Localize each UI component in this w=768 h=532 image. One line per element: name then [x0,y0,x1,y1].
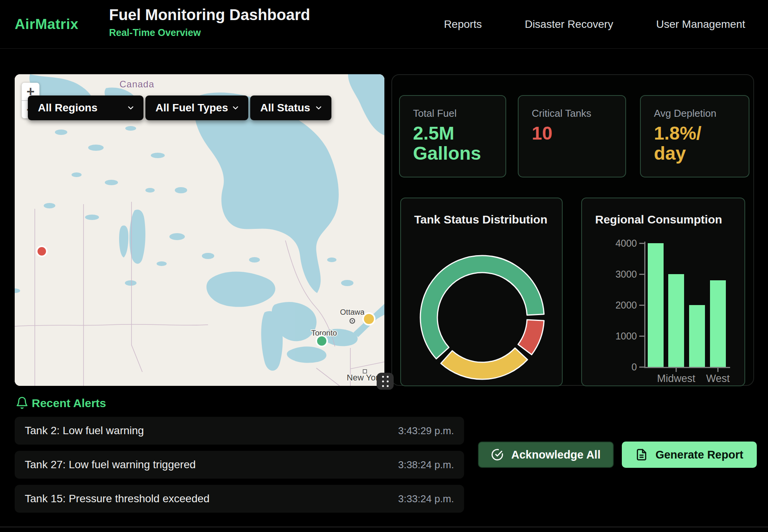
bar-y-tick-label: 3000 [590,269,637,280]
bell-icon [15,396,29,410]
stat-value: 1.8%/ day [654,123,749,164]
bar-x-tick [717,368,719,372]
bar-y-tick-label: 2000 [590,300,637,310]
generate-report-label: Generate Report [655,448,743,461]
main-nav: Reports Disaster Recovery User Managemen… [444,0,745,49]
page-title: Fuel Monitoring Dashboard [109,6,310,24]
map-panel[interactable]: Canada Ottawa Toronto New York + − [15,74,384,386]
chevron-down-icon [231,104,240,112]
bar-0 [648,243,664,367]
regional-consumption-bar-chart: 01000200030004000MidwestWest [582,198,744,385]
town-dot-new-york [363,370,367,373]
fuel-type-filter-value: All Fuel Types [155,102,228,114]
stat-card-total-fuel: Total Fuel 2.5M Gallons [399,95,506,177]
stat-card-critical-tanks: Critical Tanks 10 [518,95,626,177]
bar-y-tick [639,243,644,244]
acknowledge-all-button[interactable]: Acknowledge All [478,442,614,468]
stat-label: Avg Depletion [654,107,749,119]
file-text-icon [635,448,648,461]
alert-text: Tank 15: Pressure threshold exceeded [25,493,210,505]
alert-row[interactable]: Tank 27: Low fuel warning triggered 3:38… [15,451,464,479]
chevron-down-icon [126,104,135,112]
recent-alerts-heading: Recent Alerts [32,397,106,410]
nav-user-management[interactable]: User Management [656,18,745,31]
nav-reports[interactable]: Reports [444,18,482,31]
bar-3 [710,280,726,367]
regional-consumption-chart-card: Regional Consumption 01000200030004000Mi… [581,198,745,386]
map-label-ottawa: Ottawa [340,308,365,316]
alert-row[interactable]: Tank 15: Pressure threshold exceeded 3:3… [15,485,464,513]
bar-1 [668,274,684,367]
status-filter-select[interactable]: All Status [250,95,331,120]
donut-segment-red [518,320,544,355]
resize-grip-icon[interactable] [377,373,394,390]
stat-label: Total Fuel [413,107,505,119]
app-header: AirMatrix Fuel Monitoring Dashboard Real… [0,0,768,49]
map-marker-normal[interactable] [316,336,327,346]
fuel-monitoring-dashboard: AirMatrix Fuel Monitoring Dashboard Real… [0,0,768,532]
alert-timestamp: 3:38:24 p.m. [398,459,454,471]
bottom-divider [0,527,768,527]
status-filter-value: All Status [260,102,310,114]
bar-x-tick-label: West [685,373,751,385]
alert-text: Tank 2: Low fuel warning [25,425,144,437]
page-subtitle: Real-Time Overview [109,27,310,38]
brand-logo[interactable]: AirMatrix [15,0,79,49]
stat-label: Critical Tanks [532,107,625,119]
map-marker-warning[interactable] [363,313,375,325]
metrics-panel: Total Fuel 2.5M Gallons Critical Tanks 1… [391,74,754,386]
alert-text: Tank 27: Low fuel warning triggered [25,459,196,471]
bar-y-tick [639,367,644,368]
map-marker-critical[interactable] [37,246,47,256]
stat-card-avg-depletion: Avg Depletion 1.8%/ day [640,95,749,177]
bar-y-tick [639,274,644,275]
nav-disaster-recovery[interactable]: Disaster Recovery [525,18,613,31]
bar-chart-y-axis [644,242,645,368]
bar-y-tick-label: 0 [590,361,637,372]
map-canvas: Canada Ottawa Toronto New York [15,74,384,386]
acknowledge-all-label: Acknowledge All [511,448,601,461]
check-circle-icon [491,448,503,461]
tank-status-chart-card: Tank Status Distribution [400,198,563,386]
bar-x-tick [676,368,677,372]
bar-y-tick [639,336,644,337]
stat-value: 2.5M Gallons [413,123,505,164]
alert-timestamp: 3:33:24 p.m. [398,493,454,505]
donut-segment-yellow [441,348,527,379]
title-block: Fuel Monitoring Dashboard Real-Time Over… [109,6,310,38]
bar-y-tick-label: 1000 [590,331,637,341]
bar-y-tick-label: 4000 [590,238,637,249]
map-label-canada: Canada [119,79,154,89]
bar-y-tick [639,305,644,306]
tank-status-donut-chart [401,198,563,386]
generate-report-button[interactable]: Generate Report [622,442,757,468]
bar-2 [689,305,705,367]
region-filter-select[interactable]: All Regions [28,95,143,120]
chevron-down-icon [314,104,323,112]
stat-value: 10 [532,123,625,143]
alert-timestamp: 3:43:29 p.m. [398,425,454,437]
fuel-type-filter-select[interactable]: All Fuel Types [145,95,248,120]
region-filter-value: All Regions [38,102,97,114]
town-dot-ottawa-core [352,320,353,322]
alert-row[interactable]: Tank 2: Low fuel warning 3:43:29 p.m. [15,417,464,445]
